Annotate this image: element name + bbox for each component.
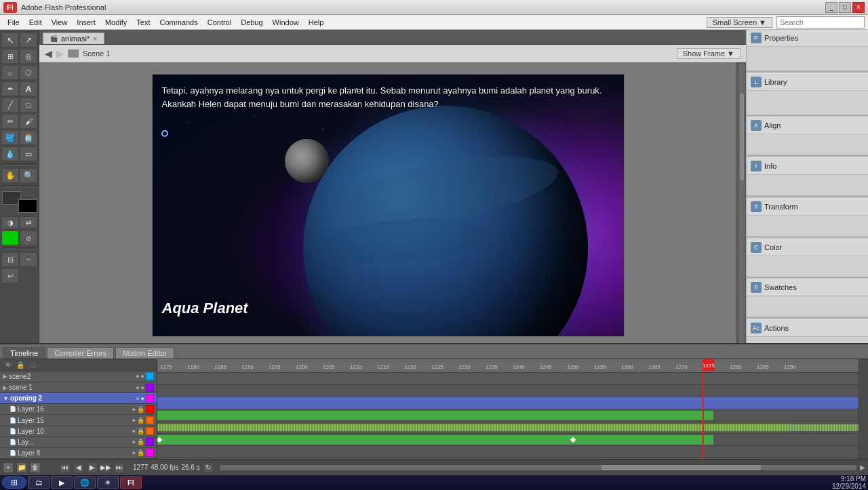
taskbar-media[interactable]: ▶	[51, 476, 73, 489]
no-color-btn[interactable]: ⊘	[20, 230, 37, 245]
pencil-tool[interactable]: ✏	[1, 114, 19, 129]
scene-forward-arrow[interactable]: ▶	[56, 48, 64, 59]
menu-edit[interactable]: Edit	[25, 17, 46, 28]
taskbar-flash[interactable]: Fl	[120, 476, 142, 489]
layer-row-opening2[interactable]: ▼ opening 2 × ●	[0, 393, 157, 404]
stage: Tetapi, ayahnya melarang nya untuk pergi…	[152, 74, 625, 337]
free-transform-tool[interactable]: ⊞	[1, 49, 19, 64]
menu-insert[interactable]: Insert	[73, 17, 100, 28]
minimize-button[interactable]: _	[825, 2, 837, 13]
black-white-btn[interactable]: ◑	[1, 216, 19, 228]
select-tool[interactable]: ↖	[1, 33, 19, 47]
transform-header[interactable]: T Transform	[747, 199, 868, 216]
tab-close-icon[interactable]: ×	[93, 35, 97, 43]
motion-editor-tab[interactable]: Motion Editor	[115, 347, 174, 359]
menu-file[interactable]: File	[3, 17, 24, 28]
swatches-header[interactable]: S Swatches	[747, 279, 868, 296]
color-header[interactable]: C Color	[747, 239, 868, 256]
swap-colors-btn[interactable]: ⇄	[20, 216, 37, 228]
info-section: I Info	[747, 158, 868, 196]
taskbar-app3[interactable]: ☀	[97, 476, 119, 489]
brush-tool[interactable]: 🖌	[20, 114, 37, 129]
menu-commands[interactable]: Commands	[155, 17, 201, 28]
eye-column-header: 👁	[3, 360, 14, 369]
swatches-section: S Swatches	[747, 279, 868, 317]
taskbar-files[interactable]: 🗂	[28, 476, 50, 489]
loop-button[interactable]: ↻	[203, 462, 214, 473]
eyedropper-tool[interactable]: 💧	[1, 146, 19, 161]
active-color-btn[interactable]	[1, 230, 19, 245]
animasi-tab[interactable]: 🎬 animasi* ×	[43, 33, 104, 44]
layer-panel: 👁 🔒 □ ▶ scene2 ● ● ▶ scene 1 ● ●	[0, 359, 157, 459]
properties-header[interactable]: P Properties	[747, 30, 868, 47]
subselect-tool[interactable]: ↗	[20, 33, 37, 47]
go-end-button[interactable]: ⏭	[114, 462, 125, 473]
fps-display: 48.00 fps	[151, 464, 178, 471]
smooth-tool[interactable]: ~	[20, 252, 37, 267]
search-input[interactable]	[776, 16, 865, 28]
timeline-tabs: Timeline Compiler Errors Motion Editor	[0, 344, 868, 359]
fill-color[interactable]	[18, 199, 37, 213]
snap-tool[interactable]: ⊟	[1, 252, 19, 267]
scene-back-arrow[interactable]: ◀	[45, 48, 52, 59]
align-header[interactable]: A Align	[747, 117, 868, 134]
small-screen-button[interactable]: Small Screen ▼	[707, 17, 772, 28]
menu-view[interactable]: View	[47, 17, 72, 28]
menu-debug[interactable]: Debug	[237, 17, 267, 28]
taskbar-clock: 9:18 PM 12/29/2014	[832, 475, 866, 490]
maximize-button[interactable]: □	[839, 2, 851, 13]
playhead[interactable]	[703, 373, 704, 459]
ink-bottle-tool[interactable]: 🫙	[20, 130, 37, 145]
step-forward-button[interactable]: ▶▶	[100, 462, 111, 473]
menu-control[interactable]: Control	[203, 17, 235, 28]
menu-bar: File Edit View Insert Modify Text Comman…	[0, 15, 868, 30]
layer-row-layer16[interactable]: 📄 Layer 16 ● 🔒	[0, 404, 157, 415]
timeline-tab[interactable]: Timeline	[3, 347, 45, 359]
start-button[interactable]: ⊞	[2, 476, 26, 489]
layer-row-layer10[interactable]: 📄 Layer 10 ● 🔒	[0, 426, 157, 437]
track-scene2	[157, 373, 859, 385]
menu-modify[interactable]: Modify	[101, 17, 131, 28]
new-layer-button[interactable]: +	[3, 462, 14, 473]
new-folder-button[interactable]: 📁	[16, 462, 27, 473]
menu-window[interactable]: Window	[269, 17, 303, 28]
moon	[285, 139, 329, 183]
paint-bucket-tool[interactable]: 🪣	[1, 130, 19, 145]
gradient-tool[interactable]: ◎	[20, 49, 37, 64]
text-tool[interactable]: A	[20, 81, 37, 96]
line-tool[interactable]: ╱	[1, 98, 19, 113]
layer-row-layer8[interactable]: 📄 Layer 8 ● 🔒	[0, 448, 157, 459]
v-scrollbar[interactable]	[736, 62, 746, 358]
app-logo: Fl	[3, 2, 17, 13]
info-header[interactable]: I Info	[747, 158, 868, 175]
step-back-button[interactable]: ◀	[73, 462, 84, 473]
close-button[interactable]: ×	[852, 2, 865, 13]
menu-text[interactable]: Text	[132, 17, 154, 28]
layer-row-lay[interactable]: 📄 Lay... ● 🔒	[0, 437, 157, 448]
layer-row-layer15[interactable]: 📄 Layer 15 ● 🔒	[0, 415, 157, 426]
menu-help[interactable]: Help	[304, 17, 328, 28]
compiler-errors-tab[interactable]: Compiler Errors	[47, 347, 114, 359]
lasso-tool[interactable]: ⌕	[1, 65, 19, 80]
layer-row-scene1[interactable]: ▶ scene 1 ● ●	[0, 382, 157, 393]
eraser-tool[interactable]: ▭	[20, 146, 37, 161]
zoom-tool[interactable]: 🔍	[20, 168, 37, 183]
pen-tool[interactable]: ✒	[1, 81, 19, 96]
taskbar: ⊞ 🗂 ▶ 🌐 ☀ Fl 9:18 PM 12/29/2014	[0, 475, 868, 490]
timeline-h-scrollbar[interactable]	[219, 464, 857, 471]
scene-icon	[68, 49, 79, 58]
taskbar-browser[interactable]: 🌐	[74, 476, 96, 489]
straighten-tool[interactable]: ↩	[1, 268, 19, 283]
play-button[interactable]: ▶	[87, 462, 98, 473]
tracks-area: 1175 1180 1185 1190 1195 1200 1205 1210 …	[157, 359, 859, 459]
layer-row-scene2[interactable]: ▶ scene2 ● ●	[0, 371, 157, 382]
actions-header[interactable]: Ac Actions	[747, 320, 868, 337]
hand-tool[interactable]: ✋	[1, 168, 19, 183]
go-start-button[interactable]: ⏮	[60, 462, 71, 473]
show-frame-button[interactable]: Show Frame ▼	[677, 48, 741, 59]
timeline-v-scrollbar[interactable]	[859, 359, 868, 459]
poly-tool[interactable]: ⬡	[20, 65, 37, 80]
rect-tool[interactable]: □	[20, 98, 37, 113]
library-header[interactable]: L Library	[747, 74, 868, 91]
delete-layer-button[interactable]: 🗑	[30, 462, 41, 473]
